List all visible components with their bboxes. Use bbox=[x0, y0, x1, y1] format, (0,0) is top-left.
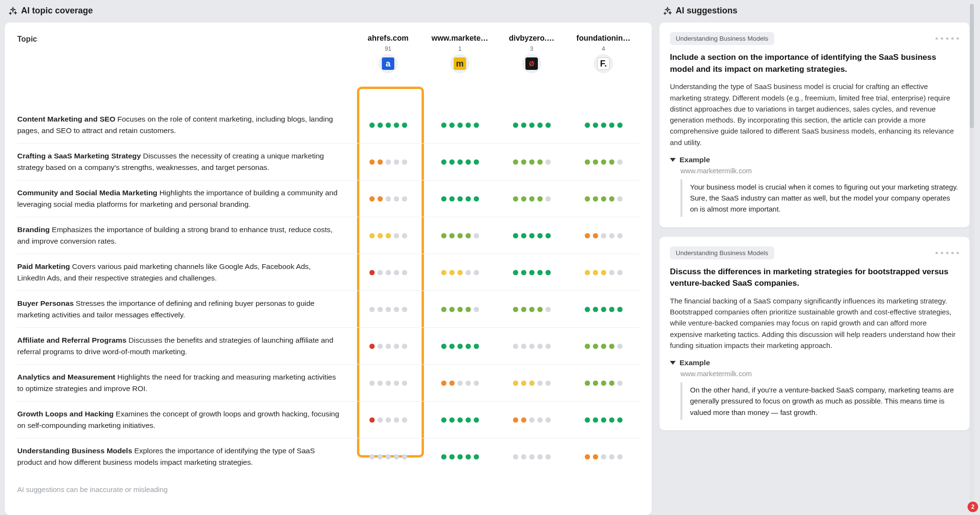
score-cell bbox=[424, 344, 496, 349]
score-dot bbox=[378, 344, 383, 349]
score-dot bbox=[546, 233, 551, 238]
score-dot bbox=[474, 233, 479, 238]
score-dot bbox=[593, 270, 598, 275]
score-dot bbox=[513, 454, 518, 459]
score-dot bbox=[529, 454, 535, 459]
score-cell bbox=[496, 454, 568, 459]
score-dot bbox=[537, 270, 543, 275]
table-row[interactable]: Paid Marketing Covers various paid marke… bbox=[17, 254, 639, 291]
table-row[interactable]: Analytics and Measurement Highlights the… bbox=[17, 365, 639, 402]
table-row[interactable]: Buyer Personas Stresses the importance o… bbox=[17, 291, 639, 328]
score-dot bbox=[394, 196, 399, 202]
score-cell bbox=[424, 454, 496, 459]
score-dot bbox=[513, 270, 518, 275]
example-toggle[interactable]: Example bbox=[670, 358, 959, 367]
table-row[interactable]: Crafting a SaaS Marketing Strategy Discu… bbox=[17, 144, 639, 180]
score-dot bbox=[609, 454, 614, 459]
score-dot bbox=[378, 417, 383, 423]
score-cell bbox=[568, 344, 639, 349]
score-dot bbox=[601, 417, 606, 423]
score-dot bbox=[386, 196, 391, 202]
table-row[interactable]: Affiliate and Referral Programs Discusse… bbox=[17, 328, 639, 365]
score-dot bbox=[521, 233, 526, 238]
score-dot bbox=[513, 123, 518, 128]
site-column-header[interactable]: foundationin… 4 F. bbox=[568, 34, 639, 73]
score-dot bbox=[513, 233, 518, 238]
table-row[interactable]: Understanding Business Models Explores t… bbox=[17, 438, 639, 475]
score-cell bbox=[352, 454, 424, 459]
sparkle-icon bbox=[9, 7, 17, 15]
score-dot bbox=[386, 123, 391, 128]
score-dot bbox=[593, 196, 598, 202]
score-cell bbox=[424, 123, 496, 128]
example-toggle[interactable]: Example bbox=[670, 156, 959, 164]
score-dot bbox=[378, 159, 383, 165]
more-menu-icon[interactable] bbox=[935, 252, 959, 254]
score-cell bbox=[352, 344, 424, 349]
example-source[interactable]: www.marketermilk.com bbox=[680, 370, 959, 378]
score-dot bbox=[378, 233, 383, 238]
score-dot bbox=[449, 270, 455, 275]
score-dot bbox=[394, 159, 399, 165]
score-cell bbox=[496, 233, 568, 238]
score-cell bbox=[424, 196, 496, 202]
more-menu-icon[interactable] bbox=[935, 37, 959, 40]
suggestion-tag[interactable]: Understanding Business Models bbox=[670, 246, 774, 259]
score-dot bbox=[386, 381, 391, 386]
score-dot bbox=[474, 417, 479, 423]
scrollbar-track[interactable] bbox=[969, 4, 974, 501]
score-dot bbox=[593, 123, 598, 128]
scrollbar-thumb[interactable] bbox=[970, 4, 974, 128]
score-dot bbox=[585, 417, 590, 423]
score-dot bbox=[601, 381, 606, 386]
score-dot bbox=[369, 381, 375, 386]
score-dot bbox=[521, 307, 526, 312]
site-column-header[interactable]: www.markete… 1 m bbox=[424, 34, 496, 73]
table-row[interactable]: Content Marketing and SEO Focuses on the… bbox=[17, 107, 639, 144]
score-cell bbox=[424, 270, 496, 275]
score-dot bbox=[466, 381, 471, 386]
score-cell bbox=[568, 381, 639, 386]
topic-cell: Growth Loops and Hacking Examines the co… bbox=[17, 408, 352, 431]
score-dot bbox=[449, 307, 455, 312]
table-row[interactable]: Branding Emphasizes the importance of bu… bbox=[17, 217, 639, 254]
score-cell bbox=[496, 270, 568, 275]
suggestion-card: Understanding Business Models Discuss th… bbox=[659, 237, 969, 430]
score-dot bbox=[521, 417, 526, 423]
score-dot bbox=[585, 307, 590, 312]
site-column-header[interactable]: ahrefs.com 91 a bbox=[352, 34, 424, 73]
score-dot bbox=[529, 344, 535, 349]
score-dot bbox=[457, 123, 463, 128]
score-cell bbox=[424, 307, 496, 312]
table-row[interactable]: Growth Loops and Hacking Examines the co… bbox=[17, 402, 639, 438]
score-dot bbox=[386, 454, 391, 459]
score-dot bbox=[474, 381, 479, 386]
score-dot bbox=[394, 344, 399, 349]
score-dot bbox=[617, 159, 623, 165]
score-dot bbox=[609, 344, 614, 349]
score-dot bbox=[546, 159, 551, 165]
score-dot bbox=[394, 454, 399, 459]
score-dot bbox=[546, 381, 551, 386]
example-source[interactable]: www.marketermilk.com bbox=[680, 167, 959, 175]
coverage-title: AI topic coverage bbox=[21, 6, 93, 16]
score-dot bbox=[402, 381, 407, 386]
score-cell bbox=[496, 196, 568, 202]
caret-down-icon bbox=[670, 158, 676, 162]
score-dot bbox=[394, 270, 399, 275]
score-dot bbox=[529, 307, 535, 312]
score-dot bbox=[441, 233, 446, 238]
score-dot bbox=[369, 233, 375, 238]
score-dot bbox=[402, 454, 407, 459]
score-dot bbox=[609, 123, 614, 128]
score-dot bbox=[513, 159, 518, 165]
suggestion-tag[interactable]: Understanding Business Models bbox=[670, 32, 774, 45]
topic-cell: Paid Marketing Covers various paid marke… bbox=[17, 261, 352, 284]
table-row[interactable]: Community and Social Media Marketing Hig… bbox=[17, 180, 639, 217]
notification-badge[interactable]: 2 bbox=[968, 502, 978, 512]
score-dot bbox=[593, 381, 598, 386]
site-column-header[interactable]: divbyzero.… 3 Ø bbox=[496, 34, 568, 73]
score-dot bbox=[457, 233, 463, 238]
score-dot bbox=[457, 417, 463, 423]
site-logo: Ø bbox=[522, 54, 541, 73]
